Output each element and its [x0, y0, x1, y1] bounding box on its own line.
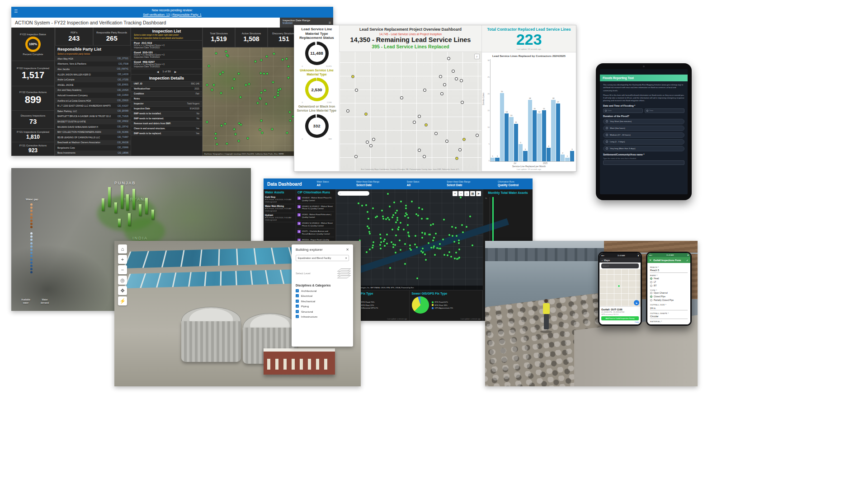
party-list-item[interactable]: BAY COLLECTION HOMEOWNERS ASSN CID_NC866 — [55, 129, 131, 135]
responsible-party-link[interactable]: Responsible Party: 1 — [172, 13, 202, 16]
lead-service-map[interactable]: ⌕ Esri Community Maps Contributors, Coun… — [340, 52, 481, 171]
submit-check-icon[interactable]: ✓ — [686, 258, 689, 262]
checkbox-checked-icon[interactable]: ✓ — [296, 300, 299, 303]
map-search-input[interactable]: ⌕ — [338, 191, 369, 196]
daylight-icon[interactable]: ⚡ — [118, 296, 127, 305]
level-stack-icon[interactable] — [339, 269, 349, 277]
next-page-icon[interactable]: ▶ — [175, 70, 177, 73]
checkbox-checked-icon[interactable]: ✓ — [296, 305, 299, 308]
header-filter[interactable]: Sewer-Asset Date Range: Select Date — [447, 181, 471, 187]
duration-option[interactable]: Very long (More than 3 days) — [603, 146, 684, 151]
party-list-item[interactable]: Beca Investments CID_LB586 — [55, 150, 131, 156]
type-option[interactable]: Open Channel — [650, 291, 688, 295]
party-list-item[interactable]: BAUMAN DAVID W/BAUMAN SARAH H CID_CR742 — [55, 124, 131, 130]
party-list-item[interactable]: B L T 2200 EAST GRAND LLC 6%/BERDAN WHIP… — [55, 103, 131, 108]
party-list-item[interactable]: Afton Way HOA CID_OT321 — [55, 56, 131, 61]
checkbox-checked-icon[interactable]: ✓ — [296, 289, 299, 292]
category-row[interactable]: ✓ Electrical — [296, 294, 349, 297]
close-icon[interactable]: ✕ — [649, 258, 651, 262]
type-option[interactable]: Closed Pipe — [650, 295, 688, 299]
locate-icon[interactable]: ➤ — [476, 191, 481, 196]
cip-list-item[interactable]: ▮ U1044-1 & U1044-2 - Walnut Street Phas… — [297, 204, 334, 212]
water-asset-item[interactable]: Curb Stop RTK Fixed, 1/31/2024, 9:15 AM … — [265, 195, 294, 204]
menu-icon[interactable]: ☰ — [14, 9, 18, 14]
party-list-item[interactable]: Andre LeCompte CID_VT255 — [55, 77, 131, 82]
search-input[interactable] — [603, 265, 637, 267]
checkbox-checked-icon[interactable]: ✓ — [296, 315, 299, 318]
bank-option[interactable]: RT — [650, 284, 688, 287]
cip-list-item[interactable]: ▮ U1163 - Walnut Road Relocation | Quali… — [297, 212, 334, 221]
party-list-item[interactable]: Avellino et La Costa Greens HOA CID_CD62… — [55, 98, 131, 103]
flood-date-input[interactable]: Date — [603, 108, 643, 113]
party-list-item[interactable]: Alex Jacobs CID_KW741 — [55, 66, 131, 72]
duration-option[interactable]: Short (few hours) — [603, 126, 684, 131]
cip-list-item[interactable]: ▮ U1044-2 & U1044-4 - Walnut Street Phas… — [297, 221, 334, 229]
facility-select[interactable]: Equalization and Blend Facility ▾ — [296, 255, 349, 261]
category-row[interactable]: ✓ Structural — [296, 310, 349, 313]
area-name-input[interactable] — [603, 160, 684, 165]
maps-map[interactable]: ➤ — [599, 269, 641, 306]
zoom-in-icon[interactable]: + — [118, 255, 127, 264]
lead-map-column: Lead Service Replacement Project Overvie… — [340, 25, 482, 171]
maps-search[interactable] — [601, 263, 639, 268]
party-list-item[interactable]: Baker Parking, LLC CID_EK589 — [55, 108, 131, 114]
party-list-item[interactable]: Beachwalk at Madison Owners Association … — [55, 140, 131, 145]
reach-value[interactable]: Reach 5 — [650, 268, 688, 273]
party-list-item[interactable]: BDJB LEASING OF CANNON FALLS LLC CID_TU9… — [55, 135, 131, 140]
party-list-item[interactable]: BARTLETT BRUCE A GAISER JANE M TRUST 02-… — [55, 114, 131, 119]
shape-value[interactable]: Circular — [650, 314, 688, 319]
zoom-out-icon[interactable]: − — [458, 191, 463, 196]
cip-list-item[interactable]: ▮ U1071 - Charlotte Avenue and Russell A… — [297, 229, 334, 237]
type-option[interactable]: Partially Closed Pipe — [650, 299, 688, 302]
inspection-list-item[interactable]: Poor 21C-519 NOV's = 1 | Weighted Score … — [131, 40, 202, 50]
pan-icon[interactable]: ✥ — [118, 286, 127, 295]
zoom-in-icon[interactable]: + — [453, 191, 458, 196]
bank-option[interactable]: Head — [650, 277, 688, 280]
layers-icon[interactable]: ▦ — [470, 191, 475, 196]
duration-option[interactable]: Long (1 - 3 days) — [603, 139, 684, 145]
water-asset-item[interactable]: Water Main Mixing RTK Fixed, 1/31/2024, … — [265, 204, 294, 213]
party-list-item[interactable]: ANGEL JACKIE CID_EX831 — [55, 82, 131, 88]
party-list-item[interactable]: Bergelectric Corp CID_XS966 — [55, 145, 131, 150]
back-chevron-icon[interactable]: ‹ — [602, 259, 603, 262]
category-row[interactable]: ✓ Mechanical — [296, 300, 349, 303]
checkbox-checked-icon[interactable]: ✓ — [296, 294, 299, 297]
search-icon[interactable]: ⌕ — [474, 54, 480, 59]
size-value[interactable]: 24 in. — [650, 306, 688, 310]
cip-list-item[interactable]: ▮ U1044-8 - Walnut Street Phase 8 | Qual… — [297, 195, 334, 204]
home-icon[interactable]: ⌂ — [464, 191, 469, 196]
party-list-item[interactable]: Ann and Navy Academy CID_UV424 — [55, 88, 131, 93]
header-filter[interactable]: Sewer Status: All — [407, 181, 420, 187]
options-icon[interactable]: ≡ — [329, 20, 331, 25]
party-list-item[interactable]: Ashcraft Investment Company CID_CU503 — [55, 93, 131, 98]
party-list-item[interactable]: ALLEN JASON WALLEN KERI D CID_LA216 — [55, 72, 131, 77]
close-icon[interactable]: ✕ — [346, 248, 349, 252]
party-list-item[interactable]: BASSETT DUSTIN & KATIE CID_VH932 — [55, 119, 131, 124]
copy-link[interactable]: Copy — [601, 321, 639, 323]
category-row[interactable]: ✓ Piping — [296, 305, 349, 308]
bank-option[interactable]: LT — [650, 280, 688, 284]
header-filter[interactable]: Water Status: All — [317, 181, 330, 187]
duration-option[interactable]: Medium (17 - 24 hours) — [603, 132, 684, 138]
party-list-item[interactable]: Albertsons, Vons & Pavilions CID_IT938 — [55, 61, 131, 67]
flood-time-input[interactable]: Time — [645, 108, 684, 113]
water-asset-item[interactable]: Hydrant RTK Fixed, 1/31/2024, 9:40 AM Un… — [265, 213, 294, 222]
add-point-button[interactable]: Add Point to Outfall Inspection Survey — [601, 316, 639, 320]
category-row[interactable]: ✓ Architectural — [296, 289, 349, 292]
outfall-point-marker[interactable] — [618, 285, 620, 287]
prev-page-icon[interactable]: ◀ — [157, 70, 159, 73]
bim-viewer-panel[interactable]: ⌂ + − ◎ ✥ ⚡ Building explorer ✕ Equaliza… — [114, 241, 361, 386]
header-filter[interactable]: Water-Asset Date Range: Select Date — [356, 181, 380, 187]
locate-fab-icon[interactable]: ➤ — [634, 300, 639, 305]
duration-option[interactable]: Very Short (few minutes) — [603, 119, 684, 124]
header-filter[interactable]: Chlorination Runs Quality Control — [498, 181, 519, 187]
zoom-out-icon[interactable]: − — [118, 265, 127, 274]
self-verification-link[interactable]: Self verification: 13 — [143, 13, 170, 16]
water-gap-bar — [151, 210, 154, 220]
home-icon[interactable]: ⌂ — [118, 244, 127, 253]
compass-icon[interactable]: ◎ — [118, 276, 127, 285]
category-row[interactable]: ✓ Infrastructure — [296, 315, 349, 318]
checkbox-checked-icon[interactable]: ✓ — [296, 310, 299, 313]
inspection-list-item[interactable]: Good 31D-131 NOV's = 0 | Weighted Score … — [131, 50, 202, 59]
inspection-list-item[interactable]: Good 46B-S207 NOV's = 0 | Weighted Score… — [131, 59, 202, 69]
